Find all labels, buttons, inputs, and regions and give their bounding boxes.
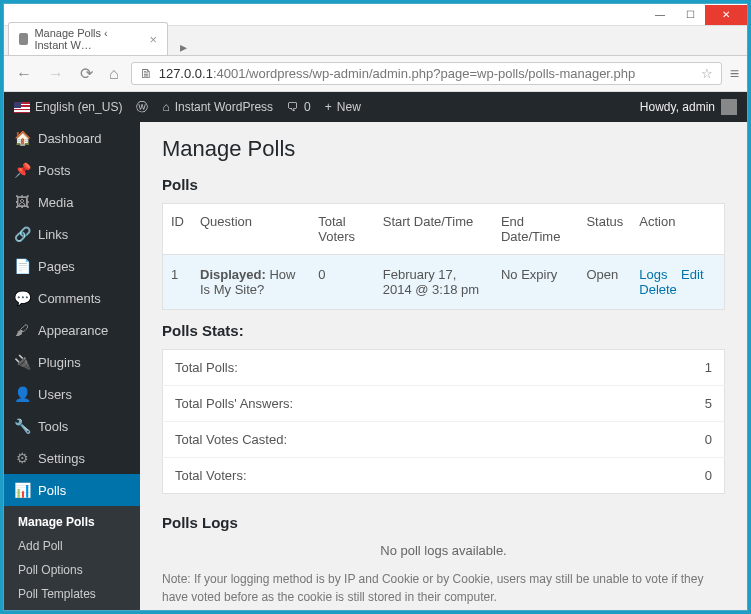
edit-link[interactable]: Edit: [681, 267, 703, 282]
comments-count: 0: [304, 100, 311, 114]
stat-row: Total Voters:0: [163, 458, 725, 494]
sidebar-item-label: Links: [38, 227, 68, 242]
th-status[interactable]: Status: [578, 204, 631, 255]
wordpress-icon: ⓦ: [136, 99, 148, 116]
sidebar-item-settings[interactable]: ⚙Settings: [4, 442, 140, 474]
cell-start: February 17, 2014 @ 3:18 pm: [375, 255, 493, 310]
submenu-poll-templates[interactable]: Poll Templates: [4, 582, 140, 606]
tab-title: Manage Polls ‹ Instant W…: [34, 27, 139, 51]
stat-row: Total Polls:1: [163, 350, 725, 386]
sidebar-item-label: Plugins: [38, 355, 81, 370]
table-row: 1 Displayed: How Is My Site? 0 February …: [163, 255, 725, 310]
delete-link[interactable]: Delete: [639, 282, 677, 297]
page-title: Manage Polls: [162, 136, 725, 162]
stats-table: Total Polls:1 Total Polls' Answers:5 Tot…: [162, 349, 725, 494]
chart-icon: 📊: [14, 482, 30, 498]
polls-submenu: Manage Polls Add Poll Poll Options Poll …: [4, 506, 140, 610]
th-voters[interactable]: Total Voters: [310, 204, 374, 255]
plus-icon: +: [325, 100, 332, 114]
comments-link[interactable]: 🗨 0: [287, 100, 311, 114]
url-bar[interactable]: 🗎 127.0.0.1:4001/wordpress/wp-admin/admi…: [131, 62, 722, 85]
sidebar-item-label: Dashboard: [38, 131, 102, 146]
comments-icon: 💬: [14, 290, 30, 306]
sidebar-item-links[interactable]: 🔗Links: [4, 218, 140, 250]
sidebar-item-pages[interactable]: 📄Pages: [4, 250, 140, 282]
plugin-icon: 🔌: [14, 354, 30, 370]
sidebar-item-polls[interactable]: 📊Polls: [4, 474, 140, 506]
back-button[interactable]: ←: [12, 63, 36, 85]
pin-icon: 📌: [14, 162, 30, 178]
sidebar-item-plugins[interactable]: 🔌Plugins: [4, 346, 140, 378]
site-name-link[interactable]: ⌂ Instant WordPress: [162, 100, 273, 114]
browser-window: — ☐ ✕ Manage Polls ‹ Instant W… × ▸ ← → …: [3, 3, 748, 611]
polls-heading: Polls: [162, 176, 725, 193]
th-id[interactable]: ID: [163, 204, 193, 255]
sidebar-item-users[interactable]: 👤Users: [4, 378, 140, 410]
url-file-icon: 🗎: [140, 66, 153, 81]
th-question[interactable]: Question: [192, 204, 310, 255]
forward-button[interactable]: →: [44, 63, 68, 85]
url-path: :4001/wordpress/wp-admin/admin.php?page=…: [213, 66, 635, 81]
polls-table: ID Question Total Voters Start Date/Time…: [162, 203, 725, 310]
sidebar-item-label: Appearance: [38, 323, 108, 338]
link-icon: 🔗: [14, 226, 30, 242]
maximize-button[interactable]: ☐: [675, 5, 705, 25]
admin-sidebar: 🏠Dashboard 📌Posts 🖼Media 🔗Links 📄Pages 💬…: [4, 122, 140, 610]
comment-icon: 🗨: [287, 100, 299, 114]
stat-row: Total Votes Casted:0: [163, 422, 725, 458]
cell-id: 1: [163, 255, 193, 310]
home-button[interactable]: ⌂: [105, 63, 123, 85]
stat-label: Total Polls:: [163, 350, 675, 386]
sidebar-item-media[interactable]: 🖼Media: [4, 186, 140, 218]
user-icon: 👤: [14, 386, 30, 402]
stat-value: 0: [675, 422, 725, 458]
minimize-button[interactable]: —: [645, 5, 675, 25]
page-icon: 📄: [14, 258, 30, 274]
tabs-row: Manage Polls ‹ Instant W… × ▸: [4, 26, 747, 56]
cell-actions: Logs Edit Delete: [631, 255, 724, 310]
th-action[interactable]: Action: [631, 204, 724, 255]
sidebar-item-tools[interactable]: 🔧Tools: [4, 410, 140, 442]
language-label: English (en_US): [35, 100, 122, 114]
sidebar-item-label: Comments: [38, 291, 101, 306]
cell-voters: 0: [310, 255, 374, 310]
wp-logo[interactable]: ⓦ: [136, 99, 148, 116]
th-start[interactable]: Start Date/Time: [375, 204, 493, 255]
howdy-text[interactable]: Howdy, admin: [640, 100, 715, 114]
displayed-label: Displayed:: [200, 267, 266, 282]
sidebar-item-dashboard[interactable]: 🏠Dashboard: [4, 122, 140, 154]
bookmark-star-icon[interactable]: ☆: [701, 66, 713, 81]
cell-end: No Expiry: [493, 255, 578, 310]
browser-tab[interactable]: Manage Polls ‹ Instant W… ×: [8, 22, 168, 55]
submenu-manage-polls[interactable]: Manage Polls: [4, 510, 140, 534]
th-end[interactable]: End Date/Time: [493, 204, 578, 255]
main-area: 🏠Dashboard 📌Posts 🖼Media 🔗Links 📄Pages 💬…: [4, 122, 747, 610]
avatar-icon[interactable]: [721, 99, 737, 115]
language-switcher[interactable]: English (en_US): [14, 100, 122, 114]
tab-close-icon[interactable]: ×: [149, 32, 157, 47]
gear-icon: ⚙: [14, 450, 30, 466]
sidebar-item-appearance[interactable]: 🖌Appearance: [4, 314, 140, 346]
stat-value: 0: [675, 458, 725, 494]
sidebar-item-comments[interactable]: 💬Comments: [4, 282, 140, 314]
stat-label: Total Polls' Answers:: [163, 386, 675, 422]
media-icon: 🖼: [14, 194, 30, 210]
favicon-icon: [19, 33, 28, 45]
new-tab-button[interactable]: ▸: [174, 39, 193, 55]
stat-label: Total Voters:: [163, 458, 675, 494]
submenu-add-poll[interactable]: Add Poll: [4, 534, 140, 558]
logs-link[interactable]: Logs: [639, 267, 667, 282]
submenu-poll-options[interactable]: Poll Options: [4, 558, 140, 582]
dashboard-icon: 🏠: [14, 130, 30, 146]
sidebar-item-label: Posts: [38, 163, 71, 178]
stat-value: 1: [675, 350, 725, 386]
reload-button[interactable]: ⟳: [76, 62, 97, 85]
sidebar-item-posts[interactable]: 📌Posts: [4, 154, 140, 186]
new-label: New: [337, 100, 361, 114]
sidebar-item-label: Media: [38, 195, 73, 210]
sidebar-item-label: Settings: [38, 451, 85, 466]
submenu-uninstall[interactable]: Uninstall WP-Polls: [4, 606, 140, 610]
close-button[interactable]: ✕: [705, 5, 747, 25]
new-content-link[interactable]: + New: [325, 100, 361, 114]
hamburger-menu-icon[interactable]: ≡: [730, 65, 739, 83]
